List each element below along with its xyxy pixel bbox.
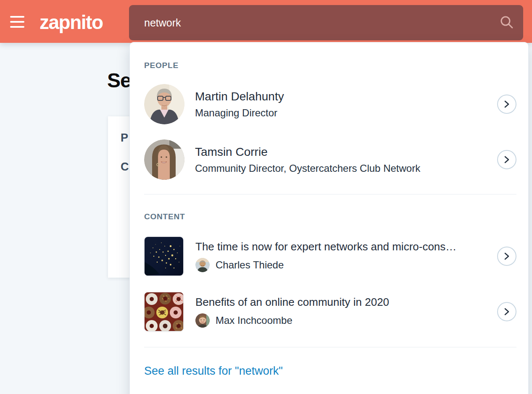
avatar-martin-delahunty	[144, 84, 184, 124]
person-text: Martin Delahunty Managing Director	[195, 89, 284, 119]
dropdown-footer: See all results for "network"	[144, 347, 516, 378]
content-text: The time is now for expert networks and …	[195, 240, 456, 272]
avatar-tamsin-corrie	[144, 139, 184, 180]
content-section: CONTENT	[144, 194, 516, 347]
person-result-martin-delahunty[interactable]: Martin Delahunty Managing Director	[144, 84, 516, 124]
person-text: Tamsin Corrie Community Director, Oyster…	[195, 145, 420, 174]
app-header: zapnito	[0, 0, 532, 43]
search-icon[interactable]	[500, 16, 514, 30]
author-name: Max Inchcoombe	[216, 315, 292, 326]
content-result-online-community[interactable]: Benefits of an online community in 2020	[144, 292, 516, 331]
search-results-dropdown: PEOPLE Martin Delah	[129, 42, 529, 394]
menu-button[interactable]	[10, 16, 24, 28]
people-section-label: PEOPLE	[144, 61, 516, 70]
content-section-label: CONTENT	[144, 212, 516, 221]
author-row: Charles Thiede	[195, 258, 456, 272]
chevron-right-icon	[504, 155, 510, 164]
person-subtitle: Managing Director	[195, 107, 284, 119]
chevron-right-button[interactable]	[497, 150, 516, 169]
search-field-container	[129, 5, 523, 40]
hamburger-icon	[10, 26, 24, 28]
chevron-right-button[interactable]	[497, 247, 516, 266]
content-thumbnail-donuts	[144, 292, 184, 331]
search-input[interactable]	[129, 5, 523, 40]
person-name: Martin Delahunty	[195, 89, 284, 104]
content-text: Benefits of an online community in 2020	[195, 296, 389, 328]
hamburger-icon	[10, 21, 24, 23]
avatar-charles-thiede	[195, 258, 210, 272]
content-title: The time is now for expert networks and …	[195, 240, 456, 253]
page-title: Se	[107, 69, 131, 92]
content-thumbnail-earth-at-night	[144, 236, 184, 276]
author-row: Max Inchcoombe	[195, 313, 389, 328]
chevron-right-icon	[504, 100, 510, 108]
zapnito-logo[interactable]: zapnito	[40, 11, 103, 34]
avatar-max-inchcoombe	[195, 313, 210, 328]
chevron-right-button[interactable]	[497, 302, 516, 321]
content-title: Benefits of an online community in 2020	[195, 296, 389, 309]
chevron-right-icon	[504, 307, 510, 316]
author-name: Charles Thiede	[216, 259, 284, 271]
person-name: Tamsin Corrie	[195, 145, 420, 159]
chevron-right-button[interactable]	[497, 95, 516, 114]
chevron-right-icon	[504, 252, 510, 260]
see-all-results-link[interactable]: See all results for "network"	[144, 365, 283, 377]
person-result-tamsin-corrie[interactable]: Tamsin Corrie Community Director, Oyster…	[144, 139, 516, 180]
people-section: PEOPLE Martin Delah	[144, 42, 516, 194]
content-result-expert-networks[interactable]: The time is now for expert networks and …	[144, 236, 516, 276]
hamburger-icon	[10, 16, 24, 18]
person-subtitle: Community Director, Oystercatchers Club …	[195, 163, 420, 174]
